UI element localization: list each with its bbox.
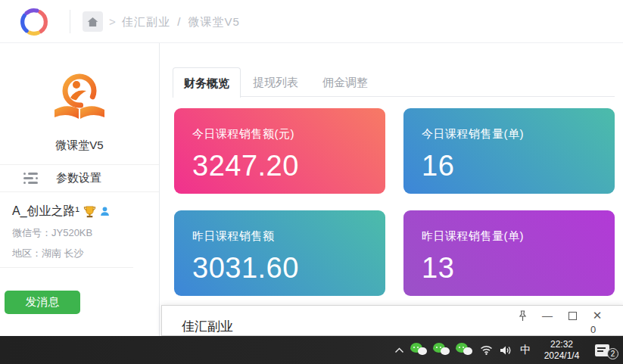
breadcrumb-root[interactable]: 佳汇副业 [122, 15, 170, 28]
card-label: 昨日课程销售量(单) [422, 229, 615, 244]
chevron-right-icon: > [109, 0, 116, 43]
finance-tabs: 财务概览 提现列表 佣金调整 [173, 67, 615, 97]
org-logo-icon [51, 70, 108, 128]
breadcrumb-separator: / [177, 15, 181, 28]
tab-commission-adjust[interactable]: 佣金调整 [310, 67, 380, 97]
minimize-icon[interactable]: — [541, 309, 553, 322]
card-label: 今日课程销售量(单) [422, 127, 615, 142]
popup-window: 佳汇副业 — ✕ 0 [161, 305, 623, 336]
card-today-sales-count: 今日课程销售量(单) 16 [403, 108, 615, 194]
tray-date: 2024/1/4 [544, 350, 580, 362]
home-button[interactable] [83, 11, 103, 32]
user-info: A_创业之路¹ 微信号：JY520KB 地区：湖南 长沙 [12, 204, 156, 260]
card-today-sales-amount: 今日课程销售额(元) 3247.20 [174, 108, 385, 194]
notification-badge: 2 [607, 348, 618, 359]
card-yesterday-sales-amount: 昨日课程销售额 3031.60 [174, 210, 385, 296]
sidebar-item-settings[interactable]: 参数设置 [0, 165, 159, 192]
card-label: 昨日课程销售额 [192, 229, 385, 244]
divider [0, 267, 133, 268]
list-settings-icon [23, 173, 39, 184]
tab-finance-overview[interactable]: 财务概览 [173, 67, 241, 98]
wechat-icon[interactable] [431, 336, 453, 364]
user-region: 地区：湖南 长沙 [12, 247, 156, 260]
close-icon[interactable]: ✕ [591, 309, 603, 322]
tray-expand-icon[interactable] [390, 336, 408, 364]
card-value: 16 [422, 150, 615, 182]
breadcrumb: 佳汇副业 / 微课堂V5 [122, 0, 240, 43]
user-wechat: 微信号：JY520KB [12, 226, 156, 240]
card-value: 13 [422, 252, 615, 285]
wechat-icon[interactable] [453, 336, 476, 364]
app-logo-icon [17, 5, 51, 39]
card-yesterday-sales-count: 昨日课程销售量(单) 13 [403, 210, 615, 296]
trophy-icon [83, 205, 96, 218]
card-value: 3247.20 [192, 150, 385, 182]
wechat-icon[interactable] [408, 336, 431, 364]
stat-cards: 今日课程销售额(元) 3247.20 今日课程销售量(单) 16 昨日课程销售额… [174, 108, 615, 296]
volume-icon[interactable] [496, 336, 516, 364]
card-value: 3031.60 [192, 252, 385, 285]
breadcrumb-current[interactable]: 微课堂V5 [188, 15, 240, 28]
system-tray: 中 22:32 2024/1/4 2 [390, 336, 623, 364]
ime-indicator[interactable]: 中 [516, 336, 535, 364]
sidebar-item-label: 参数设置 [56, 171, 101, 185]
tray-time: 22:32 [544, 339, 580, 350]
clock[interactable]: 22:32 2024/1/4 [535, 336, 588, 364]
taskbar: 中 22:32 2024/1/4 2 [0, 336, 623, 364]
wifi-icon[interactable] [476, 336, 496, 364]
member-icon[interactable] [100, 207, 110, 216]
send-message-button[interactable]: 发消息 [5, 291, 80, 314]
card-label: 今日课程销售额(元) [192, 127, 385, 142]
pin-icon[interactable] [516, 309, 528, 322]
user-name: A_创业之路¹ [12, 204, 79, 219]
header-divider [70, 10, 70, 33]
header: > 佳汇副业 / 微课堂V5 [0, 0, 623, 43]
popup-title: 佳汇副业 [182, 318, 233, 335]
sidebar-app-name: 微课堂V5 [0, 138, 159, 153]
home-icon [87, 17, 98, 27]
popup-overflow-text: 0 [590, 324, 596, 335]
maximize-icon[interactable] [566, 309, 578, 322]
app-window: > 佳汇副业 / 微课堂V5 微课堂V5 [0, 0, 623, 364]
sidebar: 微课堂V5 参数设置 A_创业之路¹ [0, 43, 160, 336]
tab-withdrawal-list[interactable]: 提现列表 [241, 67, 310, 97]
notification-center[interactable]: 2 [588, 336, 623, 364]
